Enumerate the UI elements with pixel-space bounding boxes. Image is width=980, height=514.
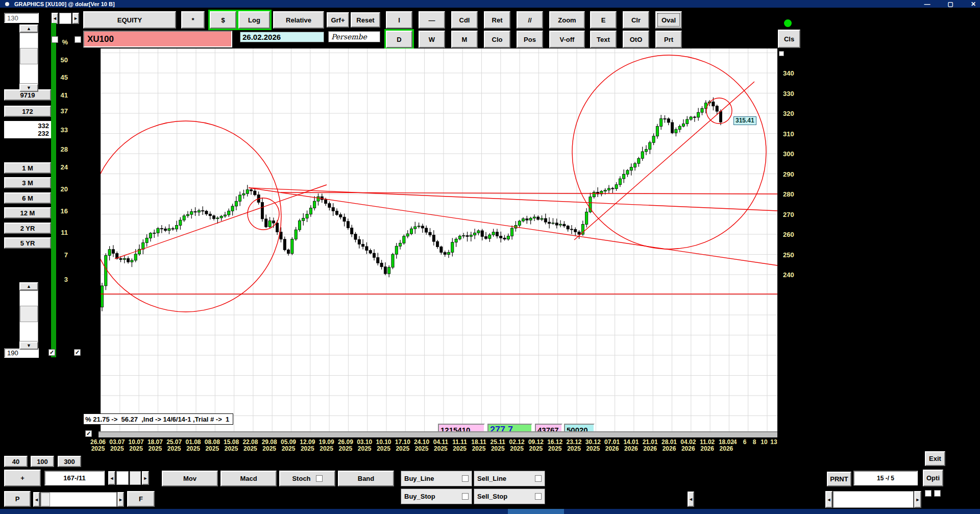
candle-body: [160, 229, 163, 229]
timeframe-button-prt[interactable]: Prt: [655, 31, 682, 48]
period-button-3m[interactable]: 3 M: [4, 177, 51, 188]
order-button-sell-stop[interactable]: Sell_Stop: [474, 488, 545, 504]
candle-body: [332, 207, 334, 211]
value-172-button[interactable]: 172: [4, 106, 51, 117]
top-slider-right-arrow[interactable]: ►: [72, 13, 79, 24]
stoch-checkbox[interactable]: [316, 475, 323, 482]
date-box[interactable]: 26.02.2026: [240, 32, 324, 42]
indicator-button-macd[interactable]: Macd: [220, 471, 277, 486]
order-button-sell-line[interactable]: Sell_Line: [474, 471, 545, 486]
candle-body: [131, 260, 133, 262]
right-mini-checkbox-2[interactable]: [934, 490, 941, 497]
bar-count-button-300[interactable]: 300: [58, 456, 81, 467]
counter-thumb2[interactable]: [130, 471, 141, 485]
toolbar-button-zoom[interactable]: Zoom: [549, 11, 585, 29]
timeframe-button-pos[interactable]: Pos: [517, 31, 543, 48]
candle-body: [686, 119, 689, 124]
cls-button[interactable]: Cls: [778, 30, 800, 48]
annotation-circle: [572, 55, 766, 249]
toolbar-button-grf-[interactable]: Grf+: [327, 12, 349, 28]
candle-body: [145, 238, 148, 242]
toolbar-button-e[interactable]: E: [590, 11, 617, 29]
close-icon[interactable]: ✕: [971, 2, 976, 7]
timeframe-button-text[interactable]: Text: [590, 31, 617, 48]
title-bar[interactable]: GRAPHICS [XU100] @ dolar[Ver 10 B] — ▢ ✕: [0, 0, 980, 8]
right-scroll-right-arrow[interactable]: ►: [914, 491, 921, 508]
timeframe-button-v-off[interactable]: V-off: [549, 31, 585, 48]
period-button-6m[interactable]: 6 M: [4, 192, 51, 204]
timeframe-button-oto[interactable]: OtO: [623, 31, 649, 48]
right-scroll-track[interactable]: [833, 491, 914, 508]
toolbar-button--[interactable]: $: [210, 11, 236, 29]
top-slider-thumb[interactable]: [59, 13, 71, 24]
bar-count-button-40[interactable]: 40: [4, 456, 28, 467]
toolbar-button--[interactable]: *: [181, 11, 205, 29]
bottom-left-checkbox-2[interactable]: ✓: [74, 349, 81, 356]
sell_line-checkbox[interactable]: [535, 475, 542, 482]
bottom-scroll-left-arrow[interactable]: ◄: [33, 492, 40, 507]
order-button-buy-stop[interactable]: Buy_Stop: [401, 488, 472, 504]
toolbar-button-i[interactable]: I: [386, 11, 412, 29]
exit-button[interactable]: Exit: [925, 451, 945, 466]
bottom-scroll-track[interactable]: [40, 492, 117, 507]
bottom-scroll-right-arrow[interactable]: ►: [117, 492, 124, 507]
candle-body: [112, 250, 114, 254]
plus-button[interactable]: +: [4, 470, 41, 486]
chart-horizontal-scrollbar[interactable]: [99, 431, 777, 437]
buy_stop-checkbox[interactable]: [462, 493, 469, 500]
price-chart[interactable]: [101, 48, 777, 436]
right-mini-checkbox-1[interactable]: [925, 490, 932, 497]
lower-vertical-scrollbar-thumb[interactable]: [20, 306, 38, 322]
timeframe-button-w[interactable]: W: [419, 31, 445, 48]
timeframe-button-d[interactable]: D: [386, 31, 412, 48]
toolbar-button-cdl[interactable]: Cdl: [451, 11, 478, 29]
counter-left-arrow[interactable]: ◄: [108, 471, 115, 485]
timeframe-button-clo[interactable]: Clo: [484, 31, 510, 48]
top-slider-left-arrow[interactable]: ◄: [52, 13, 58, 24]
buy_line-checkbox[interactable]: [462, 475, 469, 482]
bar-count-button-100[interactable]: 100: [31, 456, 54, 467]
period-button-12m[interactable]: 12 M: [4, 207, 51, 218]
top-left-checkbox-2[interactable]: [75, 36, 81, 43]
period-button-2yr[interactable]: 2 YR: [4, 223, 51, 234]
symbol-box[interactable]: XU100: [83, 31, 232, 47]
upper-vertical-scrollbar-down-arrow[interactable]: ▼: [19, 84, 38, 92]
prnt-button[interactable]: PRNT: [827, 472, 851, 486]
f-button[interactable]: F: [127, 491, 155, 507]
period-button-5yr[interactable]: 5 YR: [4, 237, 51, 249]
indicator-button-mov[interactable]: Mov: [162, 471, 218, 486]
toolbar-button--[interactable]: —: [419, 11, 445, 29]
toolbar-button-oval[interactable]: Oval: [655, 11, 682, 29]
chart-scroll-checkbox[interactable]: ✓: [85, 430, 92, 437]
upper-vertical-scrollbar-thumb[interactable]: [20, 48, 38, 64]
sell_stop-checkbox[interactable]: [535, 493, 542, 500]
period-button-1m[interactable]: 1 M: [4, 162, 51, 174]
lower-vertical-scrollbar-up-arrow[interactable]: ▲: [19, 282, 38, 290]
lower-vertical-scrollbar-down-arrow[interactable]: ▼: [19, 341, 38, 350]
indicator-button-band[interactable]: Band: [338, 471, 394, 486]
toolbar-button-ret[interactable]: Ret: [484, 11, 510, 29]
upper-vertical-scrollbar-up-arrow[interactable]: ▲: [19, 25, 38, 33]
candle-body: [190, 211, 193, 214]
right-scroll-left-arrow[interactable]: ◄: [825, 491, 832, 508]
toolbar-button-reset[interactable]: Reset: [351, 12, 380, 28]
right-lone-left-arrow[interactable]: ◄: [688, 492, 694, 507]
counter-thumb[interactable]: [116, 471, 129, 485]
timeframe-button-m[interactable]: M: [451, 31, 478, 48]
chart-corner-handle[interactable]: [779, 51, 784, 56]
minimize-icon[interactable]: —: [924, 2, 930, 7]
bars-count-input[interactable]: 130: [4, 13, 39, 23]
opti-button[interactable]: Opti: [923, 470, 943, 486]
bottom-left-checkbox-1[interactable]: ✓: [48, 349, 55, 356]
toolbar-button--[interactable]: //: [517, 11, 543, 29]
toolbar-button-clr[interactable]: Clr: [623, 11, 649, 29]
toolbar-button-log[interactable]: Log: [238, 11, 270, 29]
toolbar-button-equity[interactable]: EQUITY: [83, 11, 176, 29]
bottom-scroll-thumb[interactable]: [41, 493, 50, 506]
maximize-icon[interactable]: ▢: [948, 2, 953, 7]
toolbar-button-relative[interactable]: Relative: [273, 11, 324, 29]
order-button-buy-line[interactable]: Buy_Line: [401, 471, 472, 486]
counter-right-arrow[interactable]: ►: [142, 471, 149, 485]
p-button[interactable]: P: [4, 491, 31, 507]
indicator-button-stoch[interactable]: Stoch: [279, 471, 335, 486]
